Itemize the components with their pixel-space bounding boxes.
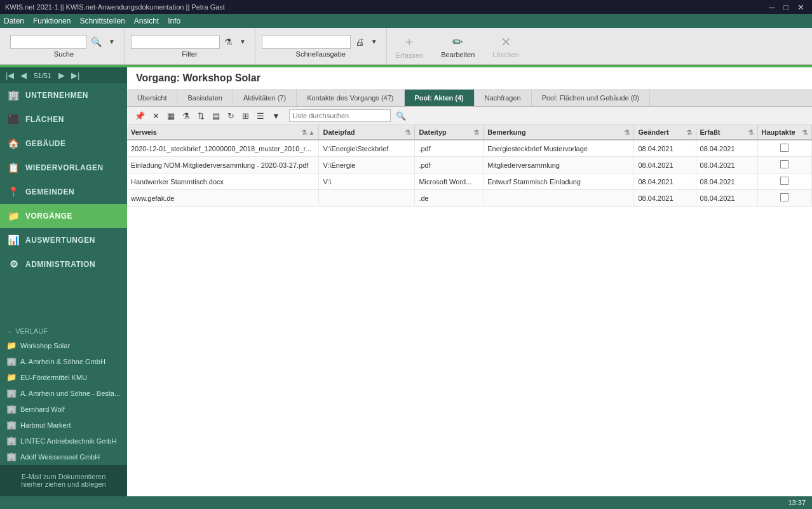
history-icon-1: 🏢 [6, 356, 17, 366]
sidebar-item-vorgaenge[interactable]: 📁 VORGÄNGE [0, 204, 127, 228]
toolbar: 🔍 ▼ Suche ⚗ ▼ Filter 🖨 ▼ Schnellausgabe … [0, 28, 812, 65]
cell-erfasst-2: 08.04.2021 [696, 173, 757, 190]
pool-copy-btn[interactable]: ⊞ [240, 110, 252, 122]
sidebar-item-gemeinden[interactable]: 📍 GEMEINDEN [0, 180, 127, 204]
nav-last-btn[interactable]: ▶| [69, 70, 81, 81]
tab-pool-akten[interactable]: Pool: Akten (4) [405, 90, 475, 106]
search-input[interactable] [10, 35, 86, 49]
col-bemerkung-filter[interactable]: ⚗ [624, 129, 630, 136]
pool-search-input[interactable] [289, 109, 391, 122]
pool-search-btn[interactable]: 🔍 [393, 110, 409, 122]
cell-hauptakte-2[interactable] [757, 173, 811, 190]
table-row[interactable]: www.gefak.de .de 08.04.2021 08.04.2021 [127, 190, 812, 207]
schnell-dropdown[interactable]: ▼ [369, 37, 380, 46]
filter-icon[interactable]: ⚗ [222, 36, 235, 48]
col-dateipfad-filter[interactable]: ⚗ [405, 129, 410, 136]
cell-dateityp-1: .pdf [415, 157, 484, 173]
menu-funktionen[interactable]: Funktionen [33, 17, 71, 25]
sidebar-item-auswertungen[interactable]: 📊 AUSWERTUNGEN [0, 228, 127, 252]
tab-aktivitaeten[interactable]: Aktivitäten (7) [233, 90, 297, 106]
capture-button[interactable]: ＋ Erfassen [387, 31, 432, 62]
col-verweis-filter[interactable]: ⚗ ▲ [301, 129, 315, 136]
col-dateityp-filter[interactable]: ⚗ [473, 129, 479, 136]
col-erfasst-filter[interactable]: ⚗ [748, 129, 754, 136]
table-row[interactable]: Einladung NOM-Mitgliederversammlung - 20… [127, 157, 812, 173]
title-bar: KWIS.net 2021-1 || KWIS.net-Anwendungsdo… [0, 0, 812, 14]
nav-first-btn[interactable]: |◀ [4, 70, 16, 81]
sidebar-item-wiedervorlagen[interactable]: 📋 WIEDERVORLAGEN [0, 156, 127, 180]
sidebar-item-administration[interactable]: ⚙ ADMINISTRATION [0, 252, 127, 276]
history-item-6[interactable]: 🏢 LINTEC Antriebstechnik GmbH [0, 433, 127, 449]
menu-schnittstellen[interactable]: Schnittstellen [79, 17, 125, 25]
nav-next-btn[interactable]: ▶ [57, 70, 67, 81]
cell-geaendert-0: 08.04.2021 [634, 140, 696, 157]
col-hauptakte-filter[interactable]: ⚗ [802, 129, 808, 136]
administration-icon: ⚙ [8, 259, 20, 270]
history-item-1[interactable]: 🏢 A. Amrhein & Söhne GmbH [0, 353, 127, 369]
tab-pool-flaechen[interactable]: Pool: Flächen und Gebäude (0) [532, 90, 651, 106]
delete-button[interactable]: ✕ Löschen [484, 31, 528, 62]
status-time: 13:37 [788, 499, 806, 506]
pool-export-btn[interactable]: ↻ [225, 110, 237, 122]
col-dateipfad: Dateipfad ⚗ [319, 125, 415, 140]
filter-input[interactable] [131, 35, 220, 49]
status-bar: 13:37 [0, 496, 812, 509]
cell-hauptakte-0[interactable] [757, 140, 811, 157]
filter-label: Filter [182, 50, 197, 58]
sidebar-item-unternehmen[interactable]: 🏢 UNTERNEHMEN [0, 83, 127, 107]
pool-pin-btn[interactable]: 📌 [132, 110, 147, 122]
filter-dropdown[interactable]: ▼ [237, 37, 248, 46]
col-geaendert-filter[interactable]: ⚗ [686, 129, 692, 136]
sidebar-item-flaechen[interactable]: ⬛ FLÄCHEN [0, 107, 127, 132]
menu-daten[interactable]: Daten [4, 17, 24, 25]
pool-list-btn[interactable]: ☰ [254, 110, 267, 122]
pool-col-btn[interactable]: ▤ [210, 110, 222, 122]
table-body: 2020-12-01_steckbrief_12000000_2018_must… [127, 140, 812, 207]
cell-verweis-0: 2020-12-01_steckbrief_12000000_2018_must… [127, 140, 319, 157]
history-item-4[interactable]: 🏢 Bernhard Wolf [0, 401, 127, 417]
pool-filter-btn[interactable]: ⚗ [180, 110, 193, 122]
history-item-3[interactable]: 🏢 A. Amrhein und Söhne - Besta... [0, 385, 127, 401]
history-item-7[interactable]: 🏢 Adolf Weissenseel GmbH [0, 449, 127, 465]
cell-hauptakte-3[interactable] [757, 190, 811, 207]
cell-verweis-2: Handwerker Stammtisch.docx [127, 173, 319, 190]
cell-hauptakte-1[interactable] [757, 157, 811, 173]
pool-grid-btn[interactable]: ▦ [165, 110, 177, 122]
search-dropdown[interactable]: ▼ [106, 37, 118, 46]
email-drop-zone: E-Mail zum Dokumentieren hierher ziehen … [0, 465, 127, 496]
pool-delete-btn[interactable]: ✕ [150, 110, 162, 122]
table-row[interactable]: 2020-12-01_steckbrief_12000000_2018_must… [127, 140, 812, 157]
cell-erfasst-1: 08.04.2021 [696, 157, 757, 173]
schnell-input[interactable] [262, 35, 351, 49]
sidebar-item-gebaeude[interactable]: 🏠 GEBÄUDE [0, 132, 127, 156]
edit-button[interactable]: ✏ Bearbeiten [432, 31, 484, 62]
tab-uebersicht[interactable]: Übersicht [127, 90, 177, 106]
pool-dropdown-btn[interactable]: ▼ [269, 110, 283, 122]
history-item-0[interactable]: 📁 Workshop Solar [0, 337, 127, 353]
history-item-2[interactable]: 📁 EU-Fördermittel KMU [0, 369, 127, 385]
tab-basisdaten[interactable]: Basisdaten [177, 90, 233, 106]
search-button[interactable]: 🔍 [88, 36, 104, 48]
cell-dateipfad-3 [319, 190, 415, 207]
tab-nachfragen[interactable]: Nachfragen [475, 90, 532, 106]
history-item-5[interactable]: 🏢 Hartmut Markert [0, 417, 127, 433]
table-row[interactable]: Handwerker Stammtisch.docx V:\ Microsoft… [127, 173, 812, 190]
minimize-btn[interactable]: ─ [766, 3, 777, 12]
pool-sort-btn[interactable]: ⇅ [195, 110, 207, 122]
auswertungen-icon: 📊 [8, 234, 20, 246]
close-btn[interactable]: ✕ [795, 3, 807, 12]
filter-section: ⚗ ▼ Filter [125, 28, 255, 64]
cell-dateityp-0: .pdf [415, 140, 484, 157]
cell-geaendert-2: 08.04.2021 [634, 173, 696, 190]
menu-ansicht[interactable]: Ansicht [134, 17, 159, 25]
menu-info[interactable]: Info [168, 17, 180, 25]
tab-kontakte[interactable]: Kontakte des Vorgangs (47) [297, 90, 404, 106]
schnell-print-icon[interactable]: 🖨 [353, 36, 367, 48]
sidebar-nav-controls: |◀ ◀ 51/51 ▶ ▶| [0, 67, 127, 83]
data-table: Verweis ⚗ ▲ Dateipfad ⚗ [127, 125, 812, 496]
history-icon-6: 🏢 [6, 436, 17, 445]
maximize-btn[interactable]: □ [781, 3, 791, 12]
nav-prev-btn[interactable]: ◀ [18, 70, 29, 81]
sidebar-navigation: 🏢 UNTERNEHMEN ⬛ FLÄCHEN 🏠 GEBÄUDE 📋 WIED… [0, 83, 127, 322]
cell-dateipfad-2: V:\ [319, 173, 415, 190]
